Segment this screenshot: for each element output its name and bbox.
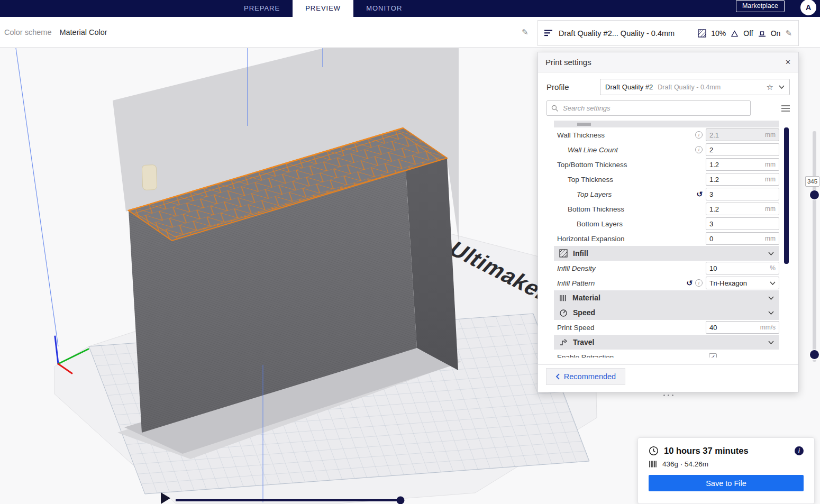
tab-preview[interactable]: PREVIEW xyxy=(293,0,353,17)
setting-label: Infill Density xyxy=(554,264,679,272)
section-label: Speed xyxy=(573,308,595,317)
print-duration: 10 hours 37 minutes xyxy=(664,446,749,456)
layer-slider-lower-handle[interactable] xyxy=(810,350,819,359)
settings-menu-icon[interactable] xyxy=(781,105,790,112)
profile-dropdown[interactable]: Draft Quality #2 Draft Quality - 0.4mm ☆ xyxy=(600,79,790,95)
profile-row: Profile Draft Quality #2 Draft Quality -… xyxy=(546,79,790,95)
setting-input-box[interactable]: mm xyxy=(706,232,779,245)
search-input[interactable] xyxy=(562,104,746,113)
setting-row: Top Layers ↺ xyxy=(554,187,779,201)
setting-value-input[interactable] xyxy=(706,146,776,154)
section-header-partial[interactable] xyxy=(554,121,779,127)
setting-row: Enable Retraction ✓ xyxy=(554,350,779,358)
setting-input-box[interactable]: mm xyxy=(706,173,779,186)
color-scheme-label: Color scheme xyxy=(4,28,51,36)
star-icon[interactable]: ☆ xyxy=(767,83,773,92)
setting-label: Horizontal Expansion xyxy=(554,235,679,243)
summary-support-value: Off xyxy=(743,29,753,38)
save-to-file-button[interactable]: Save to File xyxy=(649,475,804,491)
adhesion-icon xyxy=(758,30,766,37)
setting-row: Infill Density % xyxy=(554,261,779,276)
info-icon[interactable]: i xyxy=(695,131,703,139)
search-row xyxy=(546,100,790,116)
layer-slider-upper-handle[interactable] xyxy=(810,190,819,199)
setting-input-box[interactable]: mm/s xyxy=(706,321,779,334)
tab-monitor[interactable]: MONITOR xyxy=(353,0,415,17)
edit-pencil-icon[interactable]: ✎ xyxy=(522,17,529,48)
layer-value-badge: 345 xyxy=(805,176,819,187)
dropdown-value: Tri-Hexagon xyxy=(709,279,747,287)
speed-icon xyxy=(559,308,568,317)
setting-value-input[interactable] xyxy=(706,235,765,243)
edit-settings-pencil-icon[interactable]: ✎ xyxy=(785,29,792,38)
setting-label: Infill Pattern xyxy=(554,279,679,287)
recommended-label: Recommended xyxy=(564,372,616,381)
quality-icon xyxy=(544,30,554,36)
panel-resize-handle[interactable] xyxy=(537,389,799,398)
tab-prepare[interactable]: PREPARE xyxy=(231,0,293,17)
setting-value-input[interactable] xyxy=(706,324,760,332)
chevron-down-icon xyxy=(768,341,774,344)
main-header: PREPARE PREVIEW MONITOR Marketplace A xyxy=(0,0,820,17)
setting-unit: mm xyxy=(765,176,779,183)
search-icon xyxy=(551,105,559,112)
recommended-mode-button[interactable]: Recommended xyxy=(546,368,625,385)
simulation-slider-handle[interactable] xyxy=(397,497,405,504)
setting-label: Bottom Thickness xyxy=(554,205,679,213)
material-usage: 436g · 54.26m xyxy=(662,460,708,468)
setting-value-input[interactable] xyxy=(706,176,765,184)
section-header-material[interactable]: Material xyxy=(554,290,779,305)
setting-row: Top/Bottom Thickness mm xyxy=(554,157,779,172)
section-label: Material xyxy=(572,294,600,302)
print-job-card: 10 hours 37 minutes i 436g · 54.26m Save… xyxy=(637,437,815,504)
setting-value-input[interactable] xyxy=(706,161,765,169)
section-label: Infill xyxy=(573,249,588,258)
settings-scrollbar[interactable] xyxy=(784,127,789,264)
setting-input-box[interactable]: % xyxy=(706,262,779,274)
setting-label: Top Layers xyxy=(554,190,679,198)
cura-app-window: Ultimaker 2 xyxy=(0,0,820,504)
setting-unit: mm xyxy=(765,131,779,139)
revert-icon[interactable]: ↺ xyxy=(686,279,693,287)
revert-icon[interactable]: ↺ xyxy=(696,190,703,198)
layer-slider-track[interactable] xyxy=(813,131,816,362)
setting-unit: % xyxy=(770,264,779,272)
info-circle-icon[interactable]: i xyxy=(795,446,804,455)
summary-profile-text: Draft Quality #2... Quality - 0.4mm xyxy=(559,29,675,38)
search-box[interactable] xyxy=(546,100,751,116)
setting-row: Print Speed mm/s xyxy=(554,320,779,335)
material-icon xyxy=(559,294,567,302)
info-icon[interactable]: i xyxy=(695,279,703,287)
section-label: Travel xyxy=(573,338,594,346)
close-icon[interactable]: ✕ xyxy=(785,58,791,66)
profile-label: Profile xyxy=(546,83,600,91)
marketplace-button[interactable]: Marketplace xyxy=(736,0,785,12)
setting-input-box[interactable]: mm xyxy=(706,158,779,171)
section-header-travel[interactable]: Travel xyxy=(554,335,779,350)
setting-value-input[interactable] xyxy=(706,131,765,139)
setting-row: Infill Pattern ↺ i Tri-Hexagon xyxy=(554,276,779,290)
setting-input-box[interactable] xyxy=(706,217,779,230)
setting-input-box[interactable]: mm xyxy=(706,129,779,141)
summary-adhesion-value: On xyxy=(771,29,781,38)
print-settings-panel: Print settings ✕ Profile Draft Quality #… xyxy=(537,52,799,392)
section-header-infill[interactable]: Infill xyxy=(554,246,779,261)
stage-tabs: PREPARE PREVIEW MONITOR xyxy=(231,0,415,17)
section-header-speed[interactable]: Speed xyxy=(554,305,779,320)
setting-dropdown[interactable]: Tri-Hexagon xyxy=(706,277,779,289)
setting-value-input[interactable] xyxy=(706,205,765,213)
setting-input-box[interactable] xyxy=(706,143,779,156)
profile-name: Draft Quality #2 xyxy=(605,83,653,91)
info-icon[interactable]: i xyxy=(695,146,703,153)
checkbox-enable-retraction[interactable]: ✓ xyxy=(709,353,717,358)
setting-value-input[interactable] xyxy=(706,220,776,228)
setting-input-box[interactable] xyxy=(706,188,779,200)
setting-value-input[interactable] xyxy=(706,264,770,272)
color-scheme-dropdown[interactable]: Material Color xyxy=(59,28,107,36)
setting-value-input[interactable] xyxy=(706,190,776,198)
setting-label: Print Speed xyxy=(554,324,679,332)
print-settings-summary-bar[interactable]: Draft Quality #2... Quality - 0.4mm 10% … xyxy=(537,20,799,46)
account-avatar[interactable]: A xyxy=(800,0,816,15)
setting-row: Wall Line Count i xyxy=(554,142,779,157)
setting-input-box[interactable]: mm xyxy=(706,203,779,215)
